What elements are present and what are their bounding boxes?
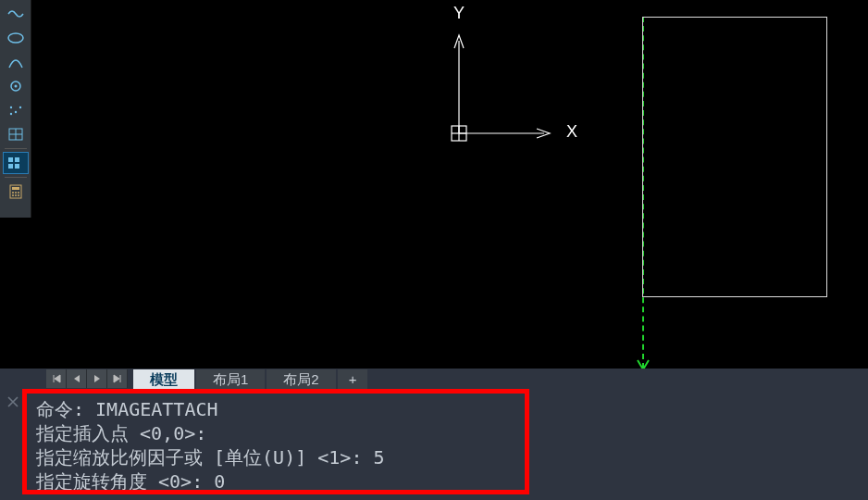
- svg-point-19: [12, 194, 14, 196]
- y-axis-label: Y: [453, 4, 465, 23]
- tab-model[interactable]: 模型: [133, 369, 194, 389]
- toolbar-separator: [5, 148, 27, 149]
- svg-point-4: [14, 111, 16, 113]
- command-line: 指定插入点 <0,0>:: [36, 421, 515, 445]
- svg-point-20: [15, 194, 17, 196]
- toolbar-separator: [5, 177, 27, 178]
- command-line: 指定旋转角度 <0>: 0: [36, 469, 515, 494]
- svg-rect-13: [15, 164, 19, 169]
- command-line: 命令: IMAGEATTACH: [36, 397, 515, 421]
- svg-rect-12: [8, 164, 13, 169]
- svg-point-5: [19, 106, 20, 108]
- tab-add-button[interactable]: +: [338, 369, 368, 389]
- tabs: 模型 布局1 布局2 +: [133, 369, 369, 389]
- svg-rect-15: [12, 187, 19, 190]
- svg-point-2: [14, 85, 17, 88]
- x-axis-label: X: [566, 122, 577, 142]
- nav-last-button[interactable]: [107, 369, 128, 388]
- nav-first-button[interactable]: [46, 369, 67, 388]
- calc-icon[interactable]: [3, 181, 29, 203]
- nav-next-button[interactable]: [87, 369, 107, 388]
- command-panel: 命令: IMAGEATTACH 指定插入点 <0,0>: 指定缩放比例因子或 […: [0, 389, 868, 500]
- svg-point-17: [15, 192, 17, 194]
- nav-prev-button[interactable]: [67, 369, 87, 388]
- snap-center-icon[interactable]: [3, 75, 29, 97]
- svg-point-0: [8, 33, 23, 43]
- svg-rect-11: [15, 157, 19, 162]
- image-frame: [642, 17, 827, 297]
- snap-arc-icon[interactable]: [3, 51, 29, 73]
- svg-point-6: [9, 113, 11, 115]
- left-toolbar: [0, 0, 31, 218]
- svg-point-3: [9, 106, 11, 108]
- svg-point-16: [12, 192, 14, 194]
- tab-layout2[interactable]: 布局2: [267, 369, 335, 389]
- command-line: 指定缩放比例因子或 [单位(U)] <1>: 5: [36, 445, 515, 469]
- tab-nav: [46, 369, 128, 388]
- grid-toggle-icon[interactable]: [3, 123, 29, 145]
- snap-ellipse-icon[interactable]: [3, 27, 29, 49]
- drawing-viewport[interactable]: Y X: [0, 0, 868, 369]
- grid-display-icon[interactable]: [3, 152, 29, 174]
- snap-dot-icon[interactable]: [3, 99, 29, 121]
- close-icon[interactable]: [6, 394, 20, 409]
- snap-nearest-icon[interactable]: [3, 3, 29, 25]
- svg-rect-10: [8, 157, 13, 162]
- layout-tabstrip: 模型 布局1 布局2 +: [0, 369, 868, 389]
- svg-point-18: [18, 192, 19, 194]
- command-history[interactable]: 命令: IMAGEATTACH 指定插入点 <0,0>: 指定缩放比例因子或 […: [22, 389, 529, 494]
- tab-layout1[interactable]: 布局1: [196, 369, 265, 389]
- svg-point-21: [18, 194, 19, 196]
- model-space[interactable]: Y X: [31, 0, 868, 369]
- ucs-icon: [415, 17, 563, 146]
